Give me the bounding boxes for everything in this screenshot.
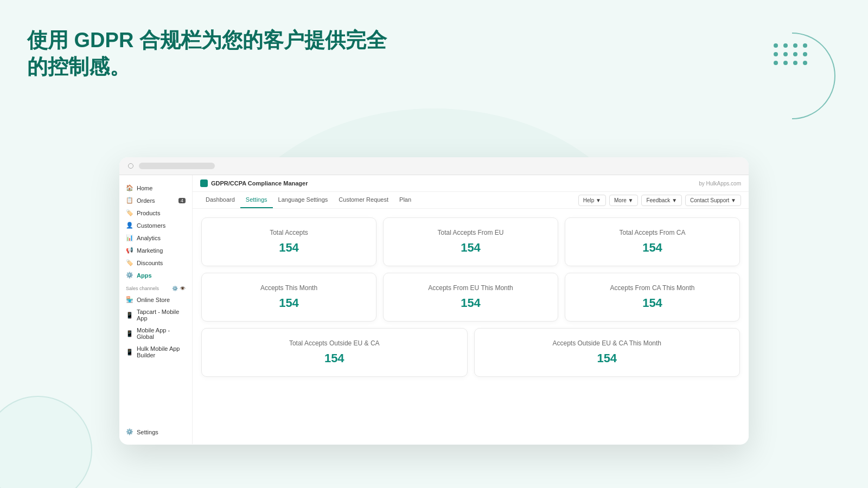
browser-chrome bbox=[119, 157, 749, 175]
tab-plan[interactable]: Plan bbox=[394, 192, 417, 208]
tab-customer-request[interactable]: Customer Request bbox=[333, 192, 394, 208]
dashboard: Total Accepts 154 Total Accepts From EU … bbox=[193, 209, 749, 444]
sales-channels-label: Sales channels bbox=[126, 286, 159, 291]
products-icon: 🏷️ bbox=[126, 209, 133, 216]
tapcart-icon: 📱 bbox=[126, 312, 133, 319]
discounts-icon: 🏷️ bbox=[126, 259, 133, 266]
sidebar-label-online-store: Online Store bbox=[137, 297, 170, 303]
stat-value-accepts-outside-eu-ca-month: 154 bbox=[483, 351, 731, 365]
stat-card-total-accepts-ca: Total Accepts From CA 154 bbox=[565, 217, 740, 266]
sidebar-label-settings: Settings bbox=[137, 429, 158, 435]
stat-card-total-accepts: Total Accepts 154 bbox=[201, 217, 376, 266]
stat-card-total-outside-eu-ca: Total Accepts Outside EU & CA 154 bbox=[201, 328, 468, 377]
sidebar-item-marketing[interactable]: 📢 Marketing bbox=[119, 244, 192, 256]
sidebar-label-orders: Orders bbox=[137, 197, 155, 204]
more-button[interactable]: More ▼ bbox=[609, 195, 638, 206]
tab-language-settings[interactable]: Language Settings bbox=[273, 192, 334, 208]
topbar: GDPR/CCPA Compliance Manager by HulkApps… bbox=[193, 175, 749, 192]
stat-card-accepts-this-month: Accepts This Month 154 bbox=[201, 273, 376, 322]
stats-row-1: Total Accepts 154 Total Accepts From EU … bbox=[201, 217, 740, 266]
stat-label-accepts-ca-month: Accepts From CA This Month bbox=[574, 284, 731, 292]
hulk-mobile-icon: 📱 bbox=[126, 349, 133, 356]
stats-row-2: Accepts This Month 154 Accepts From EU T… bbox=[201, 273, 740, 322]
sidebar-label-customers: Customers bbox=[137, 222, 165, 229]
logo-icon bbox=[200, 179, 208, 187]
orders-icon: 📋 bbox=[126, 197, 133, 204]
sidebar-label-mobile-app: Mobile App - Global bbox=[137, 327, 186, 340]
contact-support-button[interactable]: Contact Support ▼ bbox=[685, 195, 741, 206]
browser-address-bar bbox=[139, 163, 215, 169]
sidebar-item-online-store[interactable]: 🏪 Online Store bbox=[119, 293, 192, 306]
stat-label-total-accepts-eu: Total Accepts From EU bbox=[392, 229, 549, 236]
sidebar-label-analytics: Analytics bbox=[137, 235, 161, 241]
stat-label-total-accepts: Total Accepts bbox=[210, 229, 367, 236]
stats-row-3: Total Accepts Outside EU & CA 154 Accept… bbox=[201, 328, 740, 377]
sidebar-item-mobile-app[interactable]: 📱 Mobile App - Global bbox=[119, 324, 192, 343]
sidebar-item-apps[interactable]: ⚙️ Apps bbox=[119, 269, 192, 281]
stat-card-total-accepts-eu: Total Accepts From EU 154 bbox=[383, 217, 558, 266]
sidebar-item-analytics[interactable]: 📊 Analytics bbox=[119, 232, 192, 244]
stat-card-accepts-outside-eu-ca-month: Accepts Outside EU & CA This Month 154 bbox=[474, 328, 741, 377]
sidebar-label-tapcart: Tapcart - Mobile App bbox=[137, 309, 186, 322]
tab-dashboard[interactable]: Dashboard bbox=[200, 192, 240, 208]
stat-value-total-accepts-eu: 154 bbox=[392, 241, 549, 255]
hero-heading: 使用 GDPR 合规栏为您的客户提供完全的控制感。 bbox=[27, 27, 407, 81]
stat-label-total-accepts-ca: Total Accepts From CA bbox=[574, 229, 731, 236]
stat-value-total-accepts: 154 bbox=[210, 241, 367, 255]
stat-label-accepts-outside-eu-ca-month: Accepts Outside EU & CA This Month bbox=[483, 339, 731, 347]
app-layout: 🏠 Home 📋 Orders 4 🏷️ Products 👤 Customer… bbox=[119, 175, 749, 444]
stat-value-accepts-ca-month: 154 bbox=[574, 296, 731, 310]
sidebar-item-settings[interactable]: ⚙️ Settings bbox=[119, 426, 165, 438]
stat-value-accepts-eu-month: 154 bbox=[392, 296, 549, 310]
sidebar-item-discounts[interactable]: 🏷️ Discounts bbox=[119, 256, 192, 269]
marketing-icon: 📢 bbox=[126, 247, 133, 254]
feedback-button[interactable]: Feedback ▼ bbox=[641, 195, 682, 206]
settings-icon: ⚙️ bbox=[126, 428, 133, 435]
sidebar-item-orders[interactable]: 📋 Orders 4 bbox=[119, 194, 192, 207]
stat-value-total-outside-eu-ca: 154 bbox=[210, 351, 458, 365]
apps-icon: ⚙️ bbox=[126, 272, 133, 279]
sidebar-label-home: Home bbox=[137, 185, 152, 191]
sidebar-section-sales-channels: Sales channels ⚙️ 👁️ bbox=[119, 281, 192, 293]
sales-channels-icons: ⚙️ 👁️ bbox=[172, 286, 186, 291]
stat-label-accepts-this-month: Accepts This Month bbox=[210, 284, 367, 292]
sidebar-item-customers[interactable]: 👤 Customers bbox=[119, 219, 192, 232]
browser-window: 🏠 Home 📋 Orders 4 🏷️ Products 👤 Customer… bbox=[119, 157, 749, 445]
stat-card-accepts-eu-month: Accepts From EU This Month 154 bbox=[383, 273, 558, 322]
customers-icon: 👤 bbox=[126, 222, 133, 229]
stat-label-accepts-eu-month: Accepts From EU This Month bbox=[392, 284, 549, 292]
decoration-dots bbox=[774, 43, 808, 65]
sidebar-label-marketing: Marketing bbox=[137, 247, 163, 254]
stat-card-accepts-ca-month: Accepts From CA This Month 154 bbox=[565, 273, 740, 322]
app-logo: GDPR/CCPA Compliance Manager bbox=[200, 179, 308, 187]
app-name: GDPR/CCPA Compliance Manager bbox=[211, 180, 308, 187]
tab-settings[interactable]: Settings bbox=[240, 192, 273, 208]
sidebar-item-products[interactable]: 🏷️ Products bbox=[119, 207, 192, 219]
mobile-app-icon: 📱 bbox=[126, 330, 133, 337]
sidebar-label-discounts: Discounts bbox=[137, 260, 163, 266]
sidebar-label-products: Products bbox=[137, 210, 160, 216]
decoration-circle-bottom-left bbox=[0, 396, 92, 488]
stat-label-total-outside-eu-ca: Total Accepts Outside EU & CA bbox=[210, 339, 458, 347]
topbar-branding: by HulkApps.com bbox=[699, 181, 741, 187]
main-content: GDPR/CCPA Compliance Manager by HulkApps… bbox=[193, 175, 749, 444]
online-store-icon: 🏪 bbox=[126, 296, 133, 303]
sidebar-item-home[interactable]: 🏠 Home bbox=[119, 182, 192, 194]
stat-value-total-accepts-ca: 154 bbox=[574, 241, 731, 255]
sidebar-label-apps: Apps bbox=[137, 272, 152, 279]
sidebar-item-hulk-mobile[interactable]: 📱 Hulk Mobile App Builder bbox=[119, 343, 192, 361]
help-button[interactable]: Help ▼ bbox=[578, 195, 606, 206]
analytics-icon: 📊 bbox=[126, 234, 133, 241]
sidebar-label-hulk-mobile: Hulk Mobile App Builder bbox=[137, 345, 186, 358]
sidebar: 🏠 Home 📋 Orders 4 🏷️ Products 👤 Customer… bbox=[119, 175, 193, 444]
orders-badge: 4 bbox=[178, 198, 186, 203]
home-icon: 🏠 bbox=[126, 184, 133, 191]
nav-tabs: Dashboard Settings Language Settings Cus… bbox=[193, 192, 749, 209]
stat-value-accepts-this-month: 154 bbox=[210, 296, 367, 310]
sidebar-item-tapcart[interactable]: 📱 Tapcart - Mobile App bbox=[119, 306, 192, 324]
browser-circle bbox=[128, 163, 133, 169]
